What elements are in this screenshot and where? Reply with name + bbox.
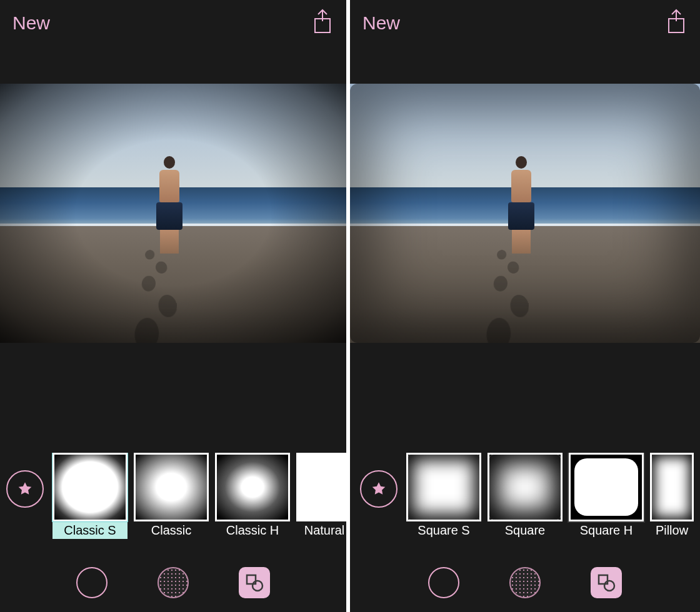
bottom-toolbar [0,553,346,612]
photo-footprints [132,250,180,332]
shapes-icon [244,572,265,593]
filter-item[interactable]: Classic [134,453,209,539]
share-button[interactable] [311,9,334,37]
filter-strip-area: Square S Square Square H Pillow [350,380,700,612]
svg-point-5 [604,581,614,591]
topbar-right: New [350,0,700,46]
photo-preview-area [0,46,346,380]
filter-strip-area: Classic S Classic Classic H Natural [0,380,346,612]
filter-strip[interactable]: Classic S Classic Classic H Natural [0,453,346,553]
topbar-left: New [0,0,346,46]
photo-sand [0,226,346,343]
new-button[interactable]: New [362,12,400,34]
filter-thumb [52,453,128,521]
filter-item[interactable]: Square S [406,453,481,539]
filter-caption: Classic S [52,521,128,539]
bottom-toolbar [350,553,700,612]
panel-left: New [0,0,350,612]
photo-preview-area [350,46,700,380]
favorites-button[interactable] [6,470,44,508]
photo-subject [152,156,187,256]
filter-item[interactable]: Classic H [215,453,290,539]
grain-tool[interactable] [158,567,189,598]
grain-tool[interactable] [509,567,541,598]
filter-thumb [215,453,290,521]
filter-items-right-2: Square S Square Square H Pillow [406,453,700,539]
panel-right: New [350,0,700,612]
photo-sky [0,84,346,187]
photo-preview[interactable] [0,84,346,343]
filter-item[interactable]: Classic S [52,453,128,539]
filter-items-left: Classic S Classic Classic H Natural [52,453,346,539]
filter-caption: Pillow [650,521,694,539]
filter-caption: Classic [134,521,209,539]
filter-thumb [650,453,694,521]
photo-foam [0,224,346,231]
filter-items-right [350,453,356,525]
new-button[interactable]: New [12,12,50,34]
star-icon [17,481,33,497]
vignette-shape-tool[interactable] [428,567,459,598]
svg-point-2 [252,581,262,591]
share-button[interactable] [665,9,688,37]
star-icon [371,481,387,497]
app-stage: New [0,0,700,612]
filter-thumb [406,453,481,521]
shapes-tool[interactable] [591,567,622,598]
filter-item[interactable]: Square [488,453,562,539]
filter-caption: Square S [406,521,481,539]
share-icon [665,9,688,35]
favorites-button[interactable] [360,470,398,508]
filter-caption: Classic H [215,521,290,539]
photo-preview[interactable] [350,84,700,343]
photo-sea [0,187,346,226]
filter-item[interactable]: Square H [569,453,644,539]
filter-item[interactable]: Pillow [650,453,694,539]
filter-thumb [488,453,562,521]
share-icon [311,9,334,35]
filter-caption: Natural [296,521,346,539]
filter-caption: Square [488,521,562,539]
filter-caption: Square H [569,521,644,539]
filter-thumb [569,453,644,521]
shapes-tool[interactable] [239,567,270,598]
filter-thumb [296,453,346,521]
shapes-icon [596,572,617,593]
filter-thumb [134,453,209,521]
vignette-shape-tool[interactable] [76,567,108,598]
filter-item[interactable]: Natural [296,453,346,539]
filter-strip[interactable]: Square S Square Square H Pillow [350,453,700,553]
